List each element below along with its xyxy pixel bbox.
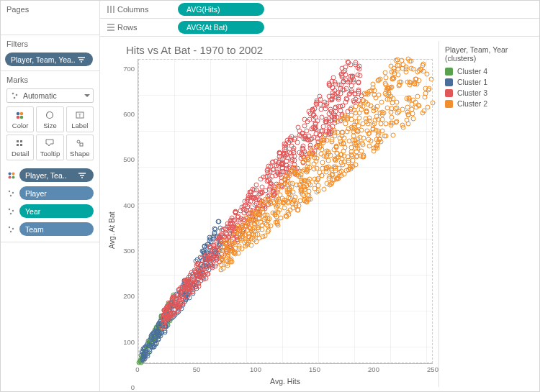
- detail-icon: [6, 206, 17, 216]
- scatter-point: [225, 263, 230, 268]
- y-axis-ticks: 0100200300400500600700: [119, 59, 138, 387]
- rows-shelf[interactable]: Rows AVG(At Bat): [100, 19, 539, 37]
- svg-point-10: [47, 111, 53, 118]
- filters-shelf[interactable]: Filters Player, Team, Yea..: [1, 35, 99, 71]
- columns-label: Columns: [117, 5, 178, 14]
- scatter-point: [334, 144, 339, 149]
- scatter-plot[interactable]: [138, 59, 433, 364]
- scatter-point: [298, 185, 303, 190]
- marks-pill-player-row: Player: [6, 185, 94, 201]
- legend-item[interactable]: Cluster 4: [445, 67, 531, 76]
- scatter-point: [216, 219, 221, 224]
- marks-pill-team[interactable]: Team: [19, 222, 94, 236]
- scatter-point: [268, 181, 273, 186]
- mark-detail-button[interactable]: Detail: [6, 135, 34, 160]
- mark-color-label: Color: [12, 122, 29, 129]
- scatter-point: [371, 109, 376, 114]
- scatter-point: [311, 167, 316, 172]
- scatter-point: [321, 186, 326, 191]
- marks-pill-team-label: Team: [25, 225, 44, 234]
- scatter-point: [288, 138, 293, 143]
- legend-item-label: Cluster 4: [457, 67, 487, 76]
- scatter-point: [276, 188, 281, 193]
- scatter-point: [252, 222, 257, 227]
- svg-point-27: [12, 191, 14, 193]
- x-tick: 200: [368, 365, 379, 373]
- filter-pill-cluster[interactable]: Player, Team, Yea..: [5, 53, 93, 66]
- scatter-point: [397, 63, 402, 68]
- scatter-point: [220, 242, 225, 247]
- scatter-point: [342, 145, 347, 150]
- svg-point-9: [20, 115, 24, 119]
- scatter-point: [260, 234, 265, 239]
- scatter-point: [400, 123, 405, 128]
- scatter-point: [246, 204, 251, 209]
- scatter-point: [344, 117, 349, 122]
- svg-point-8: [17, 115, 20, 119]
- scatter-point: [283, 142, 288, 147]
- scatter-point: [323, 166, 328, 171]
- scatter-point: [327, 82, 332, 87]
- mark-tooltip-button[interactable]: Tooltip: [36, 135, 63, 160]
- mark-color-button[interactable]: Color: [6, 106, 34, 132]
- scatter-point: [356, 146, 361, 151]
- svg-point-28: [10, 194, 12, 196]
- scatter-point: [416, 68, 421, 73]
- columns-shelf[interactable]: Columns AVG(Hits): [100, 1, 539, 19]
- scatter-point: [324, 138, 329, 143]
- shape-icon: [74, 138, 86, 148]
- columns-pill-avg-hits[interactable]: AVG(Hits): [178, 3, 264, 16]
- tooltip-icon: [44, 138, 55, 148]
- scatter-point: [394, 106, 399, 111]
- scatter-point: [320, 160, 325, 165]
- marks-type-select[interactable]: Automatic: [6, 88, 94, 103]
- scatter-point: [206, 263, 211, 268]
- scatter-point: [394, 120, 399, 125]
- scatter-point: [145, 341, 150, 346]
- pages-shelf[interactable]: Pages: [1, 1, 99, 35]
- legend-item[interactable]: Cluster 1: [445, 78, 531, 86]
- marks-pill-cluster[interactable]: Player, Tea..: [19, 168, 94, 182]
- scatter-point: [155, 329, 160, 334]
- legend-item[interactable]: Cluster 2: [445, 99, 531, 108]
- marks-pill-team-row: Team: [6, 221, 94, 237]
- scatter-point: [254, 239, 259, 244]
- scatter-point: [269, 165, 274, 170]
- scatter-point: [310, 108, 315, 113]
- mark-size-button[interactable]: Size: [36, 106, 63, 132]
- scatter-point: [428, 76, 433, 81]
- scatter-point: [304, 135, 309, 140]
- scatter-point: [248, 192, 253, 197]
- mark-label-label: Label: [71, 122, 88, 129]
- scatter-point: [320, 124, 325, 129]
- mark-label-button[interactable]: T Label: [66, 106, 94, 132]
- legend-panel: Player, Team, Year (clusters) Cluster 4C…: [438, 41, 536, 387]
- legend-item[interactable]: Cluster 3: [445, 88, 531, 97]
- scatter-point: [319, 151, 324, 156]
- scatter-point: [395, 111, 400, 116]
- mark-shape-button[interactable]: Shape: [66, 135, 94, 160]
- rows-pill-avg-atbat[interactable]: AVG(At Bat): [178, 21, 264, 34]
- scatter-point: [302, 117, 307, 122]
- scatter-point: [365, 129, 370, 134]
- marks-pill-year[interactable]: Year: [19, 204, 94, 218]
- svg-point-22: [12, 176, 15, 178]
- scatter-point: [186, 291, 191, 296]
- scatter-point: [197, 267, 202, 272]
- scatter-point: [384, 105, 390, 110]
- scatter-point: [284, 155, 289, 160]
- pages-title: Pages: [5, 4, 95, 17]
- marks-pill-player[interactable]: Player: [19, 186, 94, 200]
- scatter-point: [199, 261, 204, 266]
- scatter-point: [338, 136, 343, 141]
- scatter-point: [333, 109, 338, 114]
- mark-tooltip-label: Tooltip: [40, 150, 60, 158]
- scatter-point: [284, 174, 289, 179]
- x-tick: 50: [193, 365, 201, 373]
- color-icon: [6, 170, 17, 181]
- detail-icon: [14, 138, 26, 148]
- scatter-point: [372, 121, 377, 126]
- svg-rect-16: [20, 144, 22, 146]
- scatter-point: [353, 119, 358, 124]
- scatter-point: [409, 59, 414, 64]
